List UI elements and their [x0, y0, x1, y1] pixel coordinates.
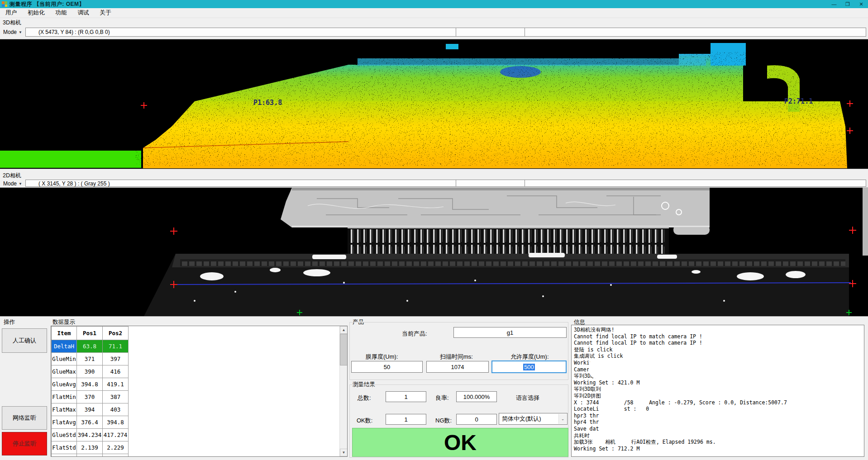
film-thickness-label: 膜厚度(Um):	[366, 353, 398, 361]
base-fixture	[144, 254, 849, 316]
log-line: 等到3D取到	[574, 386, 863, 393]
current-product-label: 当前产品:	[402, 330, 427, 338]
cell-pos2: 7966.7	[103, 454, 129, 457]
grayscale-2d-view	[0, 188, 868, 316]
app-icon	[2, 1, 7, 7]
camera3d-mode-button[interactable]: Mode ▼	[1, 28, 22, 36]
window-title: 测量程序 【当前用户: OEM】	[10, 0, 85, 8]
cell-pos1: 390	[77, 365, 103, 378]
log-line: Working Set : 421.0 M	[574, 379, 863, 386]
table-row[interactable]: DeltaH63.871.1	[52, 340, 129, 353]
table-scrollbar[interactable]: ▲ ▼	[339, 326, 347, 456]
col-pos1: Pos1	[77, 327, 103, 340]
allow-thickness-label: 允许厚度(Um):	[510, 353, 549, 361]
menu-item-3[interactable]: 调试	[72, 9, 95, 17]
cell-item: X	[52, 454, 77, 457]
cell-pos1: 371	[77, 353, 103, 365]
scan-time-input[interactable]: 1074	[426, 361, 489, 373]
ok-count-input[interactable]: 1	[386, 414, 426, 425]
connector-pins	[348, 227, 669, 258]
total-input[interactable]: 1	[386, 391, 426, 402]
table-row[interactable]: X2583.57966.7	[52, 454, 129, 457]
scroll-down-icon[interactable]: ▼	[340, 449, 348, 456]
menu-item-4[interactable]: 关于	[95, 9, 117, 17]
redaction-blob	[643, 419, 847, 431]
col-item: Item	[52, 327, 77, 340]
log-line: LocateLi st : 0	[574, 406, 863, 413]
cell-item: GlueMin	[52, 353, 77, 365]
divider	[525, 28, 525, 36]
film-thickness-input[interactable]: 50	[351, 361, 423, 373]
cell-pos2: 419.1	[103, 378, 129, 391]
cell-pos2: 417.274	[103, 429, 129, 441]
measurement-table[interactable]: Item Pos1 Pos2 DeltaH63.871.1GlueMin3713…	[51, 326, 129, 457]
cell-item: GlueStd	[52, 429, 77, 441]
p1-measure-label: P1:63.8	[253, 99, 282, 107]
camera2d-status-box: ( X 3145, Y 28 ) : ( Gray 255 )	[25, 180, 866, 187]
divider	[456, 28, 456, 36]
manual-confirm-button[interactable]: 人工确认	[2, 328, 47, 353]
scrollbar-thumb[interactable]	[340, 334, 348, 365]
app-window: 测量程序 【当前用户: OEM】 — ❐ ✕ 用户初始化功能调试关于 3D相机 …	[0, 0, 868, 460]
current-product-input[interactable]: g1	[453, 327, 567, 338]
ng-count-input[interactable]: 0	[456, 414, 497, 425]
info-panel[interactable]: 3D相机没有网络!Cannot find local IP to match c…	[571, 325, 864, 457]
table-row[interactable]: GlueAvg394.8419.1	[52, 378, 129, 391]
chevron-down-icon: ⌄	[558, 414, 567, 424]
selected-text: 500	[523, 364, 535, 370]
language-select-label: 语言选择	[516, 394, 539, 402]
close-button[interactable]: ✕	[854, 0, 868, 8]
menu-item-0[interactable]: 用户	[0, 9, 22, 17]
cell-pos1: 63.8	[77, 340, 103, 353]
height-map-3d: P1:63.8 P2:71.1	[0, 39, 868, 169]
table-header-row: Item Pos1 Pos2	[52, 327, 129, 340]
mode-label: Mode	[3, 180, 17, 187]
allow-thickness-input[interactable]: 500	[491, 360, 567, 373]
camera2d-pixel-status: ( X 3145, Y 28 ) : ( Gray 255 )	[38, 180, 110, 187]
language-dropdown[interactable]: 简体中文(默认) ⌄	[499, 413, 568, 425]
menu-item-1[interactable]: 初始化	[22, 9, 50, 17]
menu-item-2[interactable]: 功能	[50, 9, 72, 17]
redaction-blob	[589, 358, 711, 379]
log-line: Cannot find local IP to match camera IP …	[574, 333, 863, 340]
table-row[interactable]: GlueMin371397	[52, 353, 129, 365]
yield-input[interactable]: 100.000%	[456, 391, 497, 402]
camera3d-image[interactable]: P1:63.8 P2:71.1	[0, 39, 868, 169]
cell-item: GlueMax	[52, 365, 77, 378]
cell-item: DeltaH	[52, 340, 77, 353]
scroll-up-icon[interactable]: ▲	[340, 326, 348, 334]
cell-item: GlueAvg	[52, 378, 77, 391]
status-banner: OK	[352, 428, 568, 457]
table-row[interactable]: FlatAvg376.4394.8	[52, 416, 129, 429]
divider	[525, 180, 525, 186]
log-line: X : 3744 /58 Angle : -0.279, Score : 0.0…	[574, 399, 863, 406]
minimize-button[interactable]: —	[827, 0, 841, 8]
log-line: hpr3 thr	[574, 413, 863, 419]
table-row[interactable]: GlueMax390416	[52, 365, 129, 378]
camera2d-mode-button[interactable]: Mode ▼	[1, 180, 22, 187]
menu-bar: 用户初始化功能调试关于	[0, 8, 868, 18]
table-row[interactable]: FlatStd2.1392.229	[52, 441, 129, 454]
table-row[interactable]: GlueStd394.234417.274	[52, 429, 129, 441]
cell-pos2: 397	[103, 353, 129, 365]
network-listen-button[interactable]: 网络监听	[2, 406, 47, 430]
table-row[interactable]: FlatMax394403	[52, 403, 129, 416]
divider	[456, 180, 456, 186]
cell-pos1: 2583.5	[77, 454, 103, 457]
cell-item: FlatStd	[52, 441, 77, 454]
ng-count-label: NG数:	[435, 417, 452, 425]
table-row[interactable]: FlatMin370387	[52, 391, 129, 403]
camera3d-label: 3D相机	[3, 19, 21, 27]
camera2d-label: 2D相机	[3, 172, 21, 180]
log-line: Working Set : 712.2 M	[574, 446, 863, 452]
title-bar: 测量程序 【当前用户: OEM】 — ❐ ✕	[0, 0, 868, 8]
maximize-button[interactable]: ❐	[841, 0, 854, 8]
cell-pos1: 2.139	[77, 441, 103, 454]
log-output: 3D相机没有网络!Cannot find local IP to match c…	[574, 327, 863, 452]
camera2d-image[interactable]	[0, 187, 868, 317]
stop-listen-button[interactable]: 停止监听	[2, 432, 47, 455]
cell-pos1: 370	[77, 391, 103, 403]
cell-pos1: 394	[77, 403, 103, 416]
camera2d-mode-bar: Mode ▼ ( X 3145, Y 28 ) : ( Gray 255 )	[0, 179, 868, 187]
log-line: Cannot find local IP to match camera IP …	[574, 340, 863, 346]
